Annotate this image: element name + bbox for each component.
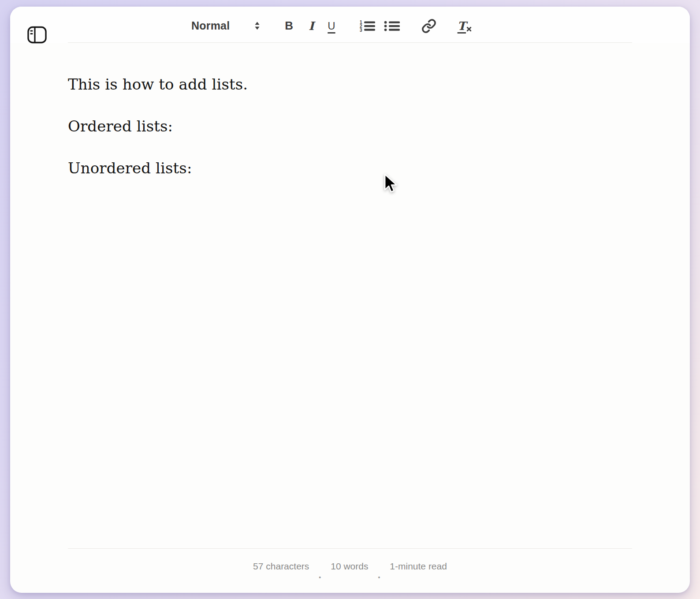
character-count: 57 characters: [253, 561, 309, 572]
separator-dot: •: [378, 573, 380, 581]
clear-formatting-button[interactable]: T: [458, 20, 472, 32]
italic-label: I: [309, 19, 314, 33]
chevron-up-down-icon: [254, 22, 260, 30]
sidebar-toggle-icon: [26, 25, 48, 45]
paragraph: Ordered lists:: [68, 116, 632, 137]
editor-content[interactable]: This is how to add lists. Ordered lists:…: [10, 43, 690, 548]
read-time: 1-minute read: [390, 561, 447, 572]
link-button[interactable]: [421, 19, 436, 34]
link-icon: [421, 19, 436, 34]
ordered-list-icon: 1 2 3: [359, 20, 375, 32]
paragraph-style-dropdown[interactable]: Normal: [191, 19, 260, 32]
toolbar: Normal B I U: [10, 7, 690, 43]
paragraph: This is how to add lists.: [68, 75, 632, 95]
bullet-list-icon: [384, 20, 400, 32]
word-count: 10 words: [331, 561, 368, 572]
bullet-list-button[interactable]: [384, 20, 400, 32]
document-body: This is how to add lists. Ordered lists:…: [68, 43, 632, 179]
italic-button[interactable]: I: [309, 19, 314, 33]
separator-dot: •: [319, 573, 321, 581]
svg-text:3: 3: [360, 27, 362, 32]
paragraph-style-value: Normal: [191, 19, 230, 32]
clear-formatting-icon: T: [458, 20, 472, 32]
desktop-background: Normal B I U: [0, 0, 700, 599]
ordered-list-button[interactable]: 1 2 3: [359, 20, 375, 32]
paragraph: Unordered lists:: [68, 158, 632, 179]
status-row: 57 characters • 10 words • 1-minute read: [68, 548, 632, 593]
underline-button[interactable]: U: [328, 20, 335, 32]
bold-button[interactable]: B: [285, 19, 293, 33]
editor-window: Normal B I U: [10, 7, 690, 593]
status-bar: 57 characters • 10 words • 1-minute read: [10, 548, 690, 593]
small-x-icon: [466, 26, 472, 32]
underline-label: U: [328, 20, 335, 32]
bold-label: B: [285, 19, 293, 33]
sidebar-toggle-button[interactable]: [26, 25, 48, 45]
toolbar-row: Normal B I U: [68, 7, 632, 43]
